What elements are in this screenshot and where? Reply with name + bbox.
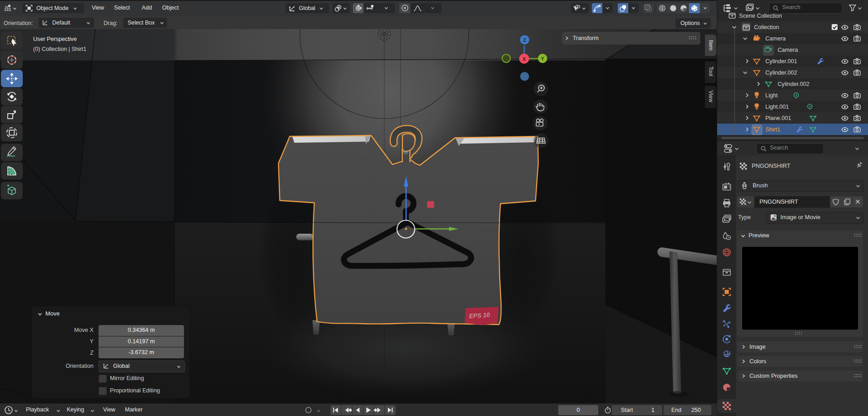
svg-text:X: X <box>522 56 526 62</box>
svg-text:Z: Z <box>523 37 526 43</box>
svg-text:Y: Y <box>541 56 544 61</box>
